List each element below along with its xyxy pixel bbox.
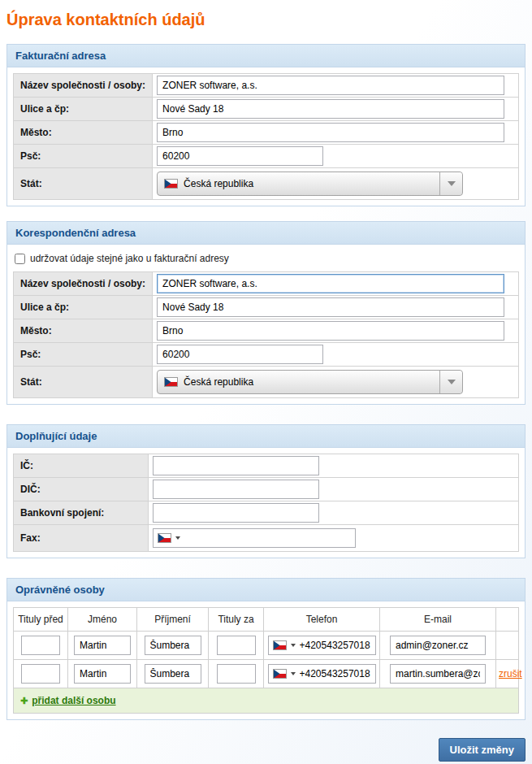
fax-number-input[interactable] xyxy=(184,532,351,544)
mailing-section-title: Korespondenční adresa xyxy=(7,222,525,245)
col-titles-before: Tituly před xyxy=(14,608,68,632)
email-input[interactable] xyxy=(390,636,486,655)
czech-flag-icon xyxy=(164,377,178,387)
dic-label: DIČ: xyxy=(14,478,149,501)
form-row: Stát: Česká republika xyxy=(14,367,519,398)
form-row: Ulice a čp: xyxy=(14,296,519,319)
sync-address-checkbox[interactable] xyxy=(15,254,25,264)
bank-account-input[interactable] xyxy=(153,503,319,523)
fax-label: Fax: xyxy=(14,525,149,552)
billing-city-input[interactable] xyxy=(157,123,504,142)
zip-label: Psč: xyxy=(14,145,153,168)
mailing-country-select-value: Česká republika xyxy=(178,376,439,388)
additional-info-panel: Doplňující údaje IČ: DIČ: Bankovní spoje… xyxy=(6,424,526,558)
remove-person-link[interactable]: zrušit xyxy=(499,668,522,679)
first-name-input[interactable] xyxy=(74,636,131,655)
add-person-link[interactable]: přidat další osobu xyxy=(32,695,115,706)
col-phone: Telefon xyxy=(264,608,380,632)
chevron-down-icon[interactable] xyxy=(439,371,462,393)
country-label: Stát: xyxy=(14,367,153,398)
czech-flag-icon xyxy=(164,179,178,189)
dic-input[interactable] xyxy=(153,480,319,499)
authorized-persons-panel: Oprávněné osoby Tituly před Jméno Příjme… xyxy=(6,578,526,720)
add-person-row: ✚přidat další osobu xyxy=(14,688,519,714)
additional-section-title: Doplňující údaje xyxy=(7,425,525,448)
email-input[interactable] xyxy=(390,664,486,684)
sync-address-row: udržovat údaje stejné jako u fakturační … xyxy=(15,253,519,264)
caret-down-icon[interactable] xyxy=(291,672,296,675)
save-button[interactable]: Uložit změny xyxy=(439,738,526,762)
billing-company-name-input[interactable] xyxy=(157,76,504,95)
first-name-input[interactable] xyxy=(74,664,131,684)
ic-input[interactable] xyxy=(153,456,319,475)
titles-before-input[interactable] xyxy=(21,664,60,684)
zip-label: Psč: xyxy=(14,343,153,367)
person-action-cell xyxy=(496,632,519,660)
form-row: IČ: xyxy=(14,454,519,478)
form-row: Ulice a čp: xyxy=(14,98,519,121)
phone-number-input[interactable] xyxy=(300,640,371,651)
company-name-label: Název společnosti / osoby: xyxy=(14,74,153,98)
form-row: Psč: xyxy=(14,145,519,168)
titles-after-input[interactable] xyxy=(217,636,256,655)
phone-input[interactable] xyxy=(268,664,376,684)
company-name-label: Název společnosti / osoby: xyxy=(14,272,153,296)
col-actions xyxy=(496,608,519,632)
city-label: Město: xyxy=(14,121,153,145)
mailing-zip-input[interactable] xyxy=(157,345,323,364)
form-row: Název společnosti / osoby: xyxy=(14,272,519,296)
mailing-company-name-input[interactable] xyxy=(157,274,504,293)
person-row: zrušit xyxy=(14,660,519,688)
plus-icon: ✚ xyxy=(20,696,28,705)
persons-section-title: Oprávněné osoby xyxy=(7,579,525,601)
ic-label: IČ: xyxy=(14,454,149,478)
bank-label: Bankovní spojení: xyxy=(14,501,149,525)
fax-input[interactable] xyxy=(153,528,356,548)
col-first-name: Jméno xyxy=(68,608,137,632)
additional-form-table: IČ: DIČ: Bankovní spojení: Fax: xyxy=(13,454,519,552)
titles-before-input[interactable] xyxy=(21,636,60,655)
billing-section-title: Fakturační adresa xyxy=(7,45,525,67)
form-row: Psč: xyxy=(14,343,519,367)
billing-country-select-value: Česká republika xyxy=(178,178,439,189)
czech-flag-icon xyxy=(158,533,171,543)
caret-down-icon[interactable] xyxy=(291,644,296,647)
chevron-down-icon[interactable] xyxy=(439,172,462,195)
col-email: E-mail xyxy=(380,608,496,632)
form-row: Stát: Česká republika xyxy=(14,168,519,200)
caret-down-icon[interactable] xyxy=(175,536,180,540)
billing-form-table: Název společnosti / osoby: Ulice a čp: M… xyxy=(13,73,519,200)
country-label: Stát: xyxy=(14,168,153,200)
persons-header-row: Tituly před Jméno Příjmení Tituly za Tel… xyxy=(14,608,519,632)
mailing-country-select[interactable]: Česká republika xyxy=(157,370,463,394)
billing-street-input[interactable] xyxy=(157,99,504,119)
mailing-address-panel: Korespondenční adresa udržovat údaje ste… xyxy=(6,221,526,405)
mailing-street-input[interactable] xyxy=(157,297,504,317)
col-titles-after: Tituly za xyxy=(209,608,264,632)
mailing-city-input[interactable] xyxy=(157,321,504,341)
street-label: Ulice a čp: xyxy=(14,296,153,319)
czech-flag-icon xyxy=(273,669,287,679)
sync-address-checkbox-label: udržovat údaje stejné jako u fakturační … xyxy=(30,253,229,264)
phone-input[interactable] xyxy=(268,636,376,655)
col-last-name: Příjmení xyxy=(137,608,209,632)
form-row: Bankovní spojení: xyxy=(14,501,519,525)
billing-address-panel: Fakturační adresa Název společnosti / os… xyxy=(6,44,526,206)
last-name-input[interactable] xyxy=(145,636,201,655)
phone-number-input[interactable] xyxy=(300,668,371,679)
billing-country-select[interactable]: Česká republika xyxy=(157,171,463,196)
form-row: DIČ: xyxy=(14,478,519,501)
czech-flag-icon xyxy=(273,640,287,650)
titles-after-input[interactable] xyxy=(217,664,256,684)
page-title: Úprava kontaktních údajů xyxy=(6,10,526,29)
form-row: Město: xyxy=(14,121,519,145)
form-row: Fax: xyxy=(14,525,519,552)
mailing-form-table: Název společnosti / osoby: Ulice a čp: M… xyxy=(13,271,519,398)
billing-zip-input[interactable] xyxy=(157,146,323,166)
last-name-input[interactable] xyxy=(145,664,201,684)
street-label: Ulice a čp: xyxy=(14,98,153,121)
city-label: Město: xyxy=(14,319,153,343)
form-footer: Uložit změny xyxy=(0,738,532,762)
form-row: Město: xyxy=(14,319,519,343)
authorized-persons-table: Tituly před Jméno Příjmení Tituly za Tel… xyxy=(13,607,519,714)
